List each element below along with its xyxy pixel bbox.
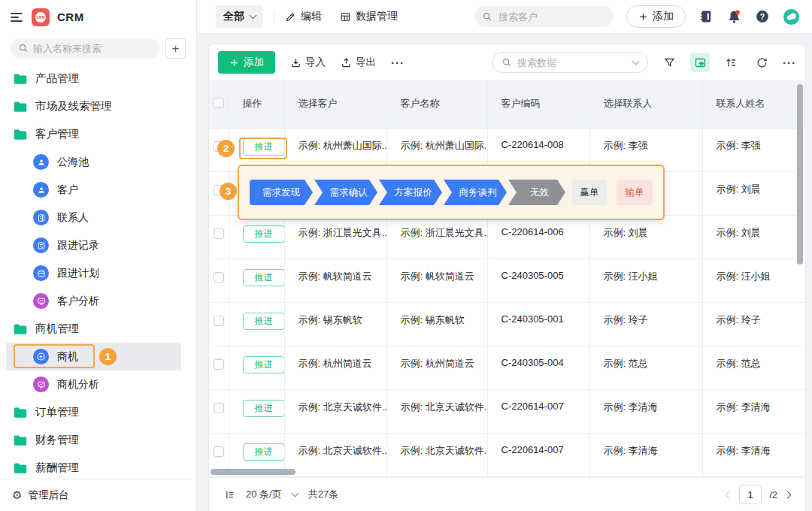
advance-stage-button[interactable]: 推进 bbox=[243, 356, 285, 373]
sidebar-item-opportunities[interactable]: 商机 1 bbox=[6, 343, 181, 370]
contact-book-icon bbox=[33, 210, 49, 225]
filter-button[interactable] bbox=[659, 53, 679, 72]
add-record-button[interactable]: 添加 bbox=[218, 51, 275, 74]
sidebar-item-public-pool[interactable]: 公海池 bbox=[0, 148, 196, 176]
sidebar-item-opportunity-management[interactable]: 商机管理 bbox=[0, 315, 196, 343]
row-checkbox[interactable] bbox=[214, 272, 224, 283]
cell-name: 示例: 浙江晨光文具... bbox=[386, 215, 487, 259]
cell-customer: 示例: 北京天诚软件... bbox=[284, 433, 386, 476]
toolbar-more-right-button[interactable]: ··· bbox=[783, 56, 796, 69]
advance-stage-button[interactable]: 推进 bbox=[243, 313, 285, 330]
search-icon bbox=[18, 43, 29, 53]
stage-negotiation[interactable]: 商务谈判 bbox=[444, 180, 507, 205]
row-checkbox[interactable] bbox=[214, 359, 224, 370]
sidebar-item-product-management[interactable]: 产品管理 bbox=[0, 65, 196, 92]
advance-stage-button[interactable]: 推进 bbox=[243, 400, 285, 417]
export-button[interactable]: 导出 bbox=[341, 56, 376, 69]
filter-funnel-icon bbox=[663, 56, 676, 69]
sidebar-item-customers[interactable]: 客户 bbox=[0, 176, 196, 204]
stage-need-confirm[interactable]: 需求确认 bbox=[314, 180, 377, 205]
pagination-bar: 20 条/页 共27条 /2 bbox=[209, 477, 805, 511]
chevron-down-icon[interactable] bbox=[632, 57, 640, 65]
toolbar-more-button[interactable]: ··· bbox=[391, 56, 404, 69]
sidebar-item-salary-management[interactable]: 薪酬管理 bbox=[0, 454, 196, 479]
admin-backend[interactable]: ⚙ 管理后台 bbox=[0, 479, 196, 511]
sidebar-item-followup-records[interactable]: 跟进记录 bbox=[0, 231, 196, 259]
folder-icon bbox=[14, 101, 27, 113]
sidebar-header: CRM CRM bbox=[0, 0, 196, 34]
sidebar-add-button[interactable]: + bbox=[165, 38, 186, 59]
avatar[interactable] bbox=[783, 8, 800, 26]
refresh-icon bbox=[756, 56, 768, 69]
stage-invalid[interactable]: 无效 bbox=[508, 180, 565, 205]
sidebar-item-market-leads[interactable]: 市场及线索管理 bbox=[0, 92, 196, 120]
col-customer-name: 客户名称 bbox=[386, 80, 487, 128]
sidebar-item-finance-management[interactable]: 财务管理 bbox=[0, 426, 196, 454]
topbar: 全部 编辑 数据管理 添加 bbox=[197, 0, 812, 34]
advance-stage-button[interactable]: 推进 bbox=[243, 443, 285, 461]
advance-stage-button[interactable]: 推进 bbox=[243, 225, 285, 243]
card-view-button[interactable] bbox=[690, 53, 710, 72]
plus-icon bbox=[638, 12, 648, 22]
sidebar-search-input[interactable] bbox=[11, 38, 159, 59]
data-search bbox=[492, 52, 648, 73]
chevron-down-icon bbox=[250, 11, 257, 19]
sidebar-item-customer-analysis[interactable]: 客户分析 bbox=[0, 287, 196, 315]
advance-stage-button[interactable]: 推进 bbox=[243, 138, 285, 156]
plus-icon bbox=[229, 58, 239, 68]
annotation-step-2: 2 bbox=[217, 140, 235, 157]
row-checkbox[interactable] bbox=[214, 403, 224, 413]
import-button[interactable]: 导入 bbox=[290, 56, 326, 69]
cell-contact: 示例: 范总 bbox=[589, 346, 702, 389]
topbar-add-button[interactable]: 添加 bbox=[626, 5, 686, 28]
cell-contact: 示例: 汪小姐 bbox=[589, 259, 702, 302]
sidebar-item-followup-plans[interactable]: 跟进计划 bbox=[0, 259, 196, 287]
horizontal-scrollbar[interactable] bbox=[211, 469, 295, 475]
row-checkbox[interactable] bbox=[214, 446, 224, 457]
sidebar-item-customer-management[interactable]: 客户管理 bbox=[0, 120, 196, 148]
cell-code: C-220614-006 bbox=[487, 215, 589, 259]
cell-code: C-220614-007 bbox=[487, 433, 589, 476]
chevron-down-icon[interactable] bbox=[291, 489, 298, 497]
customer-search-input[interactable] bbox=[474, 6, 614, 27]
edit-button[interactable]: 编辑 bbox=[285, 10, 322, 23]
sidebar-item-opportunity-analysis[interactable]: 商机分析 bbox=[0, 370, 196, 398]
analysis-chart-icon bbox=[33, 376, 49, 392]
row-checkbox[interactable] bbox=[214, 228, 224, 239]
select-all-checkbox[interactable] bbox=[214, 98, 224, 108]
data-search-input[interactable] bbox=[517, 57, 628, 68]
workbench-icon[interactable] bbox=[698, 9, 714, 24]
cell-customer: 示例: 浙江晨光文具... bbox=[284, 215, 386, 259]
row-checkbox[interactable] bbox=[214, 316, 224, 326]
sidebar-item-order-management[interactable]: 订单管理 bbox=[0, 398, 196, 426]
data-manage-button[interactable]: 数据管理 bbox=[340, 10, 398, 23]
folder-icon bbox=[14, 407, 27, 419]
lose-order-button[interactable]: 输单 bbox=[617, 180, 653, 205]
collapse-sidebar-icon[interactable] bbox=[11, 12, 24, 23]
cell-code: C-240305-005 bbox=[487, 259, 589, 302]
next-page-icon[interactable] bbox=[784, 491, 792, 498]
annotation-step-3: 3 bbox=[220, 183, 237, 200]
vertical-scrollbar[interactable] bbox=[797, 84, 803, 265]
cell-customer: 示例: 杭州简道云 bbox=[284, 346, 386, 389]
help-icon[interactable]: ? bbox=[755, 9, 770, 24]
cell-code: C-240305-004 bbox=[487, 346, 589, 389]
notification-bell-icon[interactable] bbox=[726, 9, 742, 25]
cell-contact: 示例: 刘晨 bbox=[589, 215, 702, 259]
win-order-button[interactable]: 赢单 bbox=[572, 180, 607, 205]
stage-need-discovery[interactable]: 需求发现 bbox=[250, 180, 313, 205]
row-structure-button[interactable] bbox=[721, 53, 741, 72]
refresh-button[interactable] bbox=[752, 53, 771, 72]
annotation-step-1: 1 bbox=[99, 348, 117, 365]
page-size-label[interactable]: 20 条/页 bbox=[246, 488, 282, 501]
page-number-input[interactable] bbox=[739, 485, 762, 504]
stage-quotation[interactable]: 方案报价 bbox=[379, 180, 442, 205]
record-icon bbox=[33, 237, 49, 253]
cell-contact-name: 示例: 玲子 bbox=[702, 302, 805, 346]
advance-stage-button[interactable]: 推进 bbox=[243, 269, 285, 286]
sidebar-item-contacts[interactable]: 联系人 bbox=[0, 204, 196, 231]
table-row: 推进 示例: 帆软简道云 示例: 帆软简道云 C-240305-005 示例: … bbox=[209, 259, 805, 302]
prev-page-icon[interactable] bbox=[726, 491, 733, 498]
scope-dropdown[interactable]: 全部 bbox=[216, 5, 263, 28]
card-toolbar: 添加 导入 导出 ··· bbox=[209, 44, 805, 80]
